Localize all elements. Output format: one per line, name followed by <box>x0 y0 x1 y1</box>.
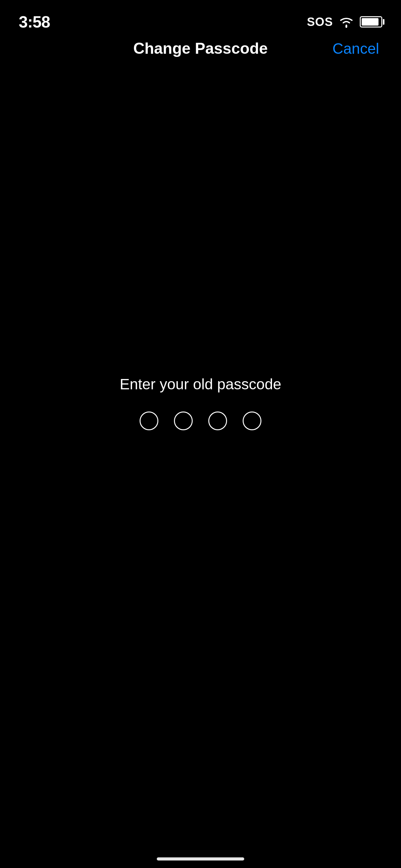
passcode-dot-1 <box>140 411 158 430</box>
passcode-prompt: Enter your old passcode <box>120 376 281 393</box>
passcode-dots <box>140 411 261 430</box>
passcode-dot-2 <box>174 411 193 430</box>
passcode-dot-3 <box>208 411 227 430</box>
home-indicator <box>157 857 244 861</box>
passcode-dot-4 <box>243 411 261 430</box>
main-content: Enter your old passcode <box>0 0 401 868</box>
